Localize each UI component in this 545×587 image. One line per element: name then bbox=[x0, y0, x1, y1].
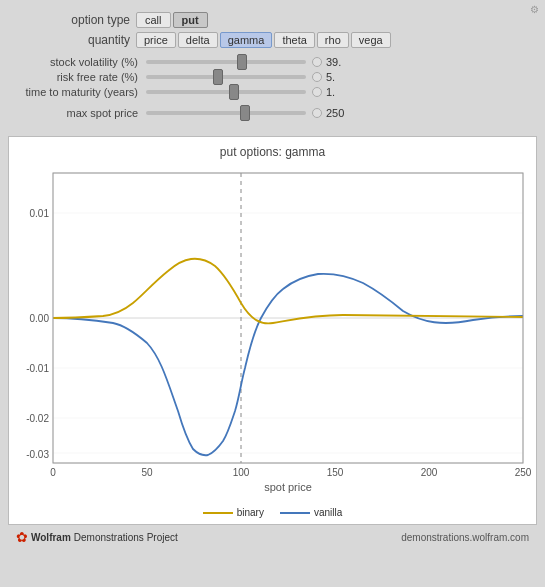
theta-button[interactable]: theta bbox=[274, 32, 314, 48]
legend-item-binary: binary bbox=[203, 507, 264, 518]
price-button[interactable]: price bbox=[136, 32, 176, 48]
wolfram-text: Wolfram bbox=[31, 532, 71, 543]
stock-volatility-thumb[interactable] bbox=[237, 54, 247, 70]
chart-container: put options: gamma 0.01 0.00 -0.01 -0.02… bbox=[8, 136, 537, 525]
main-container: ⚙ option type call put quantity price de… bbox=[0, 0, 545, 587]
time-to-maturity-value: 1. bbox=[326, 86, 356, 98]
stock-volatility-track bbox=[146, 60, 306, 64]
settings-icon[interactable]: ⚙ bbox=[530, 4, 539, 15]
footer-website: demonstrations.wolfram.com bbox=[401, 532, 529, 543]
max-spot-price-track bbox=[146, 111, 306, 115]
legend-label-binary: binary bbox=[237, 507, 264, 518]
gamma-button[interactable]: gamma bbox=[220, 32, 273, 48]
svg-text:150: 150 bbox=[327, 467, 344, 478]
quantity-buttons: price delta gamma theta rho vega bbox=[136, 32, 391, 48]
chart-svg: 0.01 0.00 -0.01 -0.02 -0.03 0 50 100 150… bbox=[13, 163, 540, 503]
rho-button[interactable]: rho bbox=[317, 32, 349, 48]
stock-volatility-value: 39. bbox=[326, 56, 356, 68]
option-type-row: option type call put bbox=[16, 12, 529, 28]
risk-free-rate-circle bbox=[312, 72, 322, 82]
vega-button[interactable]: vega bbox=[351, 32, 391, 48]
wolfram-logo: ✿ Wolfram Demonstrations Project bbox=[16, 529, 178, 545]
svg-text:0.01: 0.01 bbox=[30, 208, 50, 219]
time-to-maturity-row: time to maturity (years) 1. bbox=[16, 86, 529, 98]
risk-free-rate-thumb[interactable] bbox=[213, 69, 223, 85]
time-to-maturity-track bbox=[146, 90, 306, 94]
risk-free-rate-row: risk free rate (%) 5. bbox=[16, 71, 529, 83]
svg-text:spot price: spot price bbox=[264, 481, 312, 493]
time-to-maturity-label: time to maturity (years) bbox=[16, 86, 146, 98]
wolfram-flower-icon: ✿ bbox=[16, 529, 28, 545]
svg-text:100: 100 bbox=[233, 467, 250, 478]
svg-text:200: 200 bbox=[421, 467, 438, 478]
stock-volatility-row: stock volatility (%) 39. bbox=[16, 56, 529, 68]
chart-title: put options: gamma bbox=[13, 145, 532, 159]
time-to-maturity-circle bbox=[312, 87, 322, 97]
footer: ✿ Wolfram Demonstrations Project demonst… bbox=[8, 525, 537, 547]
legend-label-vanilla: vanilla bbox=[314, 507, 342, 518]
max-spot-price-value: 250 bbox=[326, 107, 356, 119]
delta-button[interactable]: delta bbox=[178, 32, 218, 48]
put-button[interactable]: put bbox=[173, 12, 208, 28]
option-type-buttons: call put bbox=[136, 12, 208, 28]
footer-left: ✿ Wolfram Demonstrations Project bbox=[16, 529, 178, 545]
svg-text:-0.02: -0.02 bbox=[26, 413, 49, 424]
legend-item-vanilla: vanilla bbox=[280, 507, 342, 518]
svg-text:50: 50 bbox=[141, 467, 153, 478]
risk-free-rate-label: risk free rate (%) bbox=[16, 71, 146, 83]
risk-free-rate-value: 5. bbox=[326, 71, 356, 83]
stock-volatility-circle bbox=[312, 57, 322, 67]
quantity-row: quantity price delta gamma theta rho veg… bbox=[16, 32, 529, 48]
demonstrations-text: Demonstrations Project bbox=[74, 532, 178, 543]
stock-volatility-label: stock volatility (%) bbox=[16, 56, 146, 68]
risk-free-rate-track bbox=[146, 75, 306, 79]
call-button[interactable]: call bbox=[136, 12, 171, 28]
max-spot-price-row: max spot price 250 bbox=[16, 107, 529, 119]
controls-panel: option type call put quantity price delt… bbox=[8, 8, 537, 130]
svg-text:0: 0 bbox=[50, 467, 56, 478]
svg-text:0.00: 0.00 bbox=[30, 313, 50, 324]
max-spot-price-label: max spot price bbox=[16, 107, 146, 119]
max-spot-price-thumb[interactable] bbox=[240, 105, 250, 121]
svg-text:250: 250 bbox=[515, 467, 532, 478]
max-spot-price-circle bbox=[312, 108, 322, 118]
time-to-maturity-thumb[interactable] bbox=[229, 84, 239, 100]
option-type-label: option type bbox=[16, 13, 136, 27]
svg-text:-0.01: -0.01 bbox=[26, 363, 49, 374]
quantity-label: quantity bbox=[16, 33, 136, 47]
legend-row: binary vanilla bbox=[13, 505, 532, 520]
svg-text:-0.03: -0.03 bbox=[26, 449, 49, 460]
